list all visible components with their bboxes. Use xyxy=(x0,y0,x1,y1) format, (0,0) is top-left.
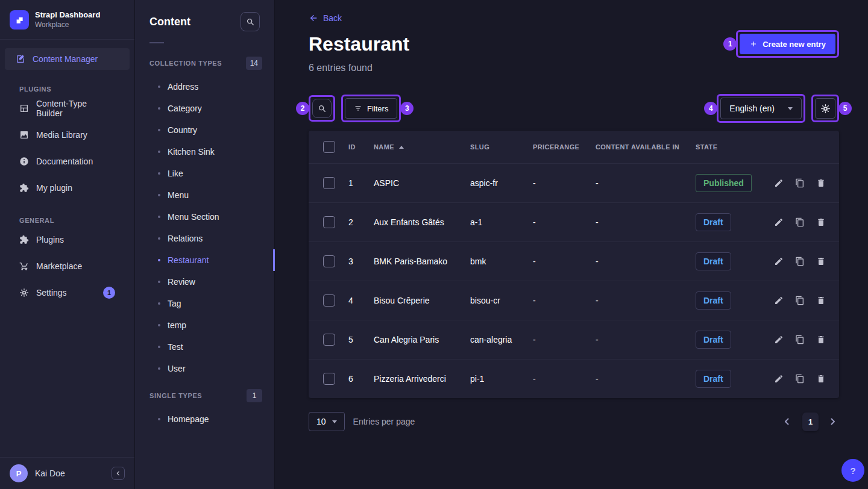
column-header-id[interactable]: ID xyxy=(348,143,374,151)
subnav-search-button[interactable] xyxy=(241,12,260,31)
delete-button[interactable] xyxy=(816,257,826,266)
sidebar-item-marketplace[interactable]: Marketplace xyxy=(0,253,134,279)
select-all-checkbox[interactable] xyxy=(323,141,335,153)
row-pricerange: - xyxy=(533,296,596,305)
duplicate-button[interactable] xyxy=(795,374,805,384)
delete-button[interactable] xyxy=(816,335,826,344)
delete-button[interactable] xyxy=(816,374,826,384)
chevron-right-icon xyxy=(827,416,838,427)
annotation-box-search: 2 xyxy=(309,95,335,122)
sidebar-item-content-manager[interactable]: Content Manager xyxy=(5,48,130,70)
row-checkbox[interactable] xyxy=(323,255,335,267)
delete-button[interactable] xyxy=(816,296,826,305)
edit-button[interactable] xyxy=(774,296,784,305)
subnav-item-country[interactable]: Country xyxy=(135,119,274,141)
collection-types-list: AddressCategoryCountryKitchen SinkLikeMe… xyxy=(135,76,274,379)
row-actions-cell xyxy=(774,217,839,227)
subnav-item-review[interactable]: Review xyxy=(135,271,274,293)
app-logo-row: Strapi Dashboard Workplace xyxy=(0,0,134,40)
duplicate-button[interactable] xyxy=(795,178,805,188)
subnav-item-menu-section[interactable]: Menu Section xyxy=(135,206,274,228)
subnav-item-test[interactable]: Test xyxy=(135,336,274,358)
subnav-item-label: Category xyxy=(168,104,202,113)
layout-icon xyxy=(19,104,29,113)
subnav-item-tag[interactable]: Tag xyxy=(135,293,274,314)
bullet-icon xyxy=(158,259,160,261)
row-pricerange: - xyxy=(533,217,596,227)
sidebar-item-label: Plugins xyxy=(36,235,64,244)
subnav-item-restaurant[interactable]: Restaurant xyxy=(135,249,274,271)
row-slug: bmk xyxy=(470,257,533,266)
subnav-item-address[interactable]: Address xyxy=(135,76,274,98)
subnav-item-user[interactable]: User xyxy=(135,358,274,379)
image-icon xyxy=(19,130,29,140)
sidebar-item-documentation[interactable]: Documentation xyxy=(0,148,134,175)
row-content-available-in: - xyxy=(596,335,696,344)
delete-button[interactable] xyxy=(816,217,826,227)
workspace-label: Workplace xyxy=(35,20,100,29)
duplicate-button[interactable] xyxy=(795,217,805,227)
search-icon xyxy=(246,17,254,26)
column-header-name[interactable]: NAME xyxy=(374,143,470,151)
previous-page-button[interactable] xyxy=(782,416,794,428)
edit-button[interactable] xyxy=(774,374,784,384)
row-checkbox[interactable] xyxy=(323,294,335,307)
help-button[interactable]: ? xyxy=(841,459,864,482)
subnav-item-menu[interactable]: Menu xyxy=(135,184,274,206)
create-entry-button[interactable]: Create new entry xyxy=(740,34,835,54)
trash-icon xyxy=(816,178,826,188)
subnav-item-label: User xyxy=(168,364,186,373)
table-row: 4Bisou Crêperiebisou-cr--Draft xyxy=(309,281,839,320)
column-header-pricerange[interactable]: PRICERANGE xyxy=(533,143,596,151)
nav-section-label: PLUGINS xyxy=(19,86,115,93)
back-link[interactable]: Back xyxy=(309,13,351,23)
locale-select[interactable]: English (en) xyxy=(720,98,802,119)
edit-button[interactable] xyxy=(774,335,784,344)
subnav-item-homepage[interactable]: Homepage xyxy=(135,408,274,430)
delete-button[interactable] xyxy=(816,178,826,188)
row-id: 2 xyxy=(348,217,374,227)
subnav-item-relations[interactable]: Relations xyxy=(135,228,274,249)
sidebar-item-plugins[interactable]: Plugins xyxy=(0,226,134,253)
sidebar-item-content-type-builder[interactable]: Content-Type Builder xyxy=(0,95,134,122)
row-checkbox[interactable] xyxy=(323,216,335,228)
duplicate-button[interactable] xyxy=(795,257,805,266)
column-header-state[interactable]: STATE xyxy=(696,143,774,151)
sidebar-item-settings[interactable]: Settings1 xyxy=(0,279,134,306)
edit-button[interactable] xyxy=(774,178,784,188)
collapse-sidebar-button[interactable] xyxy=(112,467,125,480)
user-row: P Kai Doe xyxy=(0,457,134,489)
sidebar-item-media-library[interactable]: Media Library xyxy=(0,122,134,148)
view-settings-button[interactable] xyxy=(815,98,835,119)
edit-button[interactable] xyxy=(774,217,784,227)
bullet-icon xyxy=(158,324,160,326)
toolbar-left: 2 3 Filters xyxy=(309,95,401,122)
bullet-icon xyxy=(158,346,160,348)
subnav-item-like[interactable]: Like xyxy=(135,163,274,184)
subnav-item-kitchen-sink[interactable]: Kitchen Sink xyxy=(135,141,274,163)
arrow-left-icon xyxy=(309,13,318,23)
copy-icon xyxy=(795,296,805,305)
duplicate-button[interactable] xyxy=(795,335,805,344)
sidebar-item-my-plugin[interactable]: My plugin xyxy=(0,175,134,201)
search-button[interactable] xyxy=(312,99,332,118)
subnav-item-temp[interactable]: temp xyxy=(135,314,274,336)
page-1-button[interactable]: 1 xyxy=(802,413,819,431)
annotation-box-create: 1 Create new entry xyxy=(736,30,839,58)
row-checkbox[interactable] xyxy=(323,373,335,385)
subnav-item-category[interactable]: Category xyxy=(135,98,274,119)
duplicate-button[interactable] xyxy=(795,296,805,305)
subnav-item-label: Address xyxy=(168,82,198,92)
plus-icon xyxy=(749,40,758,48)
page-size-select[interactable]: 10 xyxy=(309,412,345,431)
bullet-icon xyxy=(158,172,160,175)
next-page-button[interactable] xyxy=(827,416,839,428)
row-checkbox[interactable] xyxy=(323,177,335,189)
row-checkbox[interactable] xyxy=(323,334,335,346)
column-header-slug[interactable]: SLUG xyxy=(470,143,533,151)
filters-button[interactable]: Filters xyxy=(345,98,397,119)
edit-button[interactable] xyxy=(774,257,784,266)
column-header-content-available-in[interactable]: CONTENT AVAILABLE IN xyxy=(596,143,696,151)
subnav-title: Content xyxy=(149,16,190,28)
bullet-icon xyxy=(158,302,160,305)
